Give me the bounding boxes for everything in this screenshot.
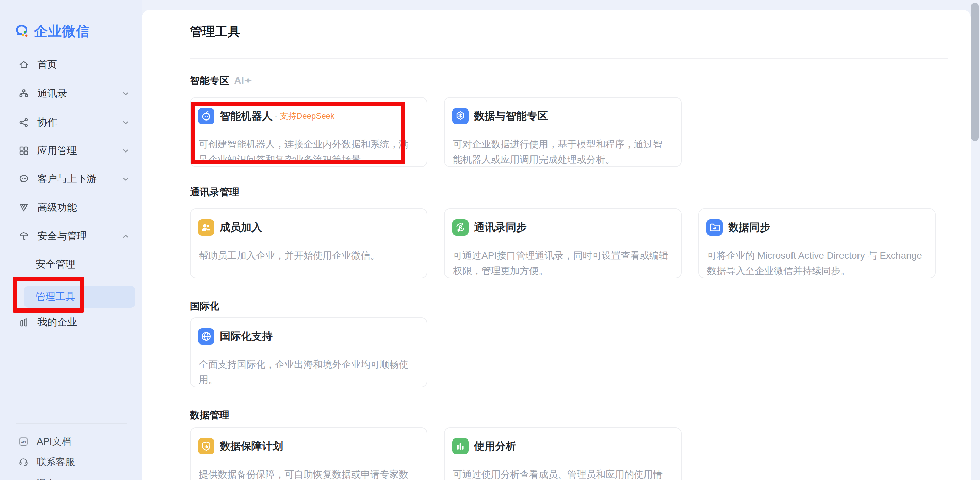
wecom-admin-page: { "app": { "brand": "企业微信" }, "sidebar":… [0, 0, 980, 480]
sidebar-item-customers[interactable]: 客户与上下游 [14, 169, 133, 189]
wecom-logo-icon [14, 24, 30, 39]
sidebar: 企业微信 首页 通讯录 [0, 0, 142, 480]
chat-bubble-icon [18, 174, 29, 185]
sidebar-item-label: 我的企业 [37, 316, 77, 329]
card-data-ai-zone[interactable]: 数据与智能专区 可对企业数据进行使用，基于模型和程序，通过智能机器人或应用调用完… [444, 97, 682, 167]
sidebar-item-label: API文档 [37, 435, 71, 448]
api-doc-icon: API [18, 437, 29, 447]
brand-name: 企业微信 [34, 22, 90, 40]
card-header: 国际化支持 [220, 328, 272, 344]
card-header: 通讯录同步 [474, 219, 527, 236]
bar-chart-icon [452, 438, 469, 454]
section-title: 智能专区 [190, 75, 229, 86]
section-header-i18n: 国际化 [190, 300, 220, 313]
card-header: 智能机器人·支持DeepSeek [220, 108, 334, 124]
home-icon [18, 59, 29, 70]
chevron-up-icon [121, 232, 130, 241]
contact-sync-icon [452, 219, 469, 236]
card-title: 成员加入 [220, 220, 262, 234]
sidebar-item-label: 首页 [37, 58, 57, 72]
sidebar-item-label: 协作 [37, 116, 57, 129]
card-description: 帮助员工加入企业，并开始使用企业微信。 [199, 248, 417, 263]
section-title: 数据管理 [190, 410, 229, 420]
share-nodes-icon [18, 117, 29, 128]
umbrella-icon [18, 231, 29, 242]
brand-logo[interactable]: 企业微信 [14, 22, 90, 40]
pennant-icon [18, 202, 29, 213]
sidebar-item-apps[interactable]: 应用管理 [14, 140, 133, 161]
grid-icon [18, 145, 29, 156]
chevron-down-icon [121, 89, 130, 98]
sidebar-item-label: 安全管理 [36, 258, 75, 271]
card-header: 数据与智能专区 [474, 108, 548, 124]
sidebar-item-label: 安全与管理 [37, 230, 87, 243]
vertical-scrollbar-thumb[interactable] [971, 3, 978, 141]
card-description: 全面支持国际化，企业出海和境外企业均可顺畅使用。 [199, 357, 417, 388]
card-header: 数据保障计划 [220, 438, 283, 454]
section-header-ai-zone: 智能专区AI✦ [190, 74, 252, 88]
sidebar-item-label: 客户与上下游 [37, 172, 97, 186]
card-title: 国际化支持 [220, 329, 272, 343]
sidebar-subitem-security[interactable]: 安全管理 [14, 254, 133, 275]
sidebar-item-contacts[interactable]: 通讯录 [14, 83, 133, 104]
chevron-down-icon [121, 175, 130, 183]
title-divider [190, 58, 948, 59]
sidebar-item-api-docs[interactable]: API API文档 [14, 432, 133, 451]
hexagon-sparkle-icon [452, 108, 469, 124]
sidebar-item-label: 应用管理 [37, 144, 77, 158]
card-title: 智能机器人 [220, 109, 272, 123]
headset-icon [18, 457, 29, 467]
section-title: 国际化 [190, 301, 220, 311]
card-description: 可将企业的 Microsoft Active Directory 与 Excha… [707, 248, 926, 279]
card-title: 通讯录同步 [474, 220, 527, 234]
sidebar-item-support[interactable]: 联系客服 [14, 452, 133, 472]
sidebar-item-home[interactable]: 首页 [14, 54, 133, 75]
card-description: 可对企业数据进行使用，基于模型和程序，通过智能机器人或应用调用完成处理或分析。 [453, 137, 671, 167]
sidebar-item-logout[interactable]: 退出 [14, 474, 133, 480]
folder-sync-icon [706, 219, 723, 236]
page-title: 管理工具 [190, 23, 240, 40]
section-title: 通讯录管理 [190, 187, 239, 198]
card-title: 数据同步 [728, 220, 770, 234]
tag-separator: · [275, 111, 277, 121]
card-smart-robot[interactable]: 智能机器人·支持DeepSeek 可创建智能机器人，连接企业内外数据和系统，满足… [190, 97, 427, 167]
card-usage-analytics[interactable]: 使用分析 可通过使用分析查看成员、管理员和应用的使用情况。 [444, 427, 682, 480]
card-title: 使用分析 [474, 439, 516, 453]
sidebar-item-advanced[interactable]: 高级功能 [14, 198, 133, 218]
main-panel: 管理工具 智能专区AI✦ 智能机器人·支持DeepSeek 可创建智能机器人，连… [142, 10, 971, 480]
logout-icon [18, 478, 29, 480]
card-header: 成员加入 [220, 219, 262, 236]
card-member-join[interactable]: 成员加入 帮助员工加入企业，并开始使用企业微信。 [190, 208, 427, 279]
card-description: 可创建智能机器人，连接企业内外数据和系统，满足企业知识问答和复杂业务流程等场景。 [199, 137, 417, 167]
card-contacts-sync[interactable]: 通讯录同步 可通过API接口管理通讯录，同时可设置查看或编辑权限，管理更加方便。 [444, 208, 682, 279]
section-header-data-mgmt: 数据管理 [190, 408, 229, 422]
card-data-protection[interactable]: 数据保障计划 提供数据备份保障，可自助恢复数据或申请专家数据恢复服务，全面保障企… [190, 427, 427, 480]
company-stats-icon [18, 317, 29, 328]
robot-icon [198, 108, 215, 124]
card-header: 使用分析 [474, 438, 516, 454]
sidebar-item-label: 管理工具 [36, 290, 75, 304]
sidebar-item-collaboration[interactable]: 协作 [14, 112, 133, 133]
card-description: 提供数据备份保障，可自助恢复数据或申请专家数据恢复服务，全面保障企业数据。 [199, 467, 417, 480]
members-icon [198, 219, 215, 236]
sidebar-item-label: 退出 [37, 477, 56, 480]
card-description: 可通过使用分析查看成员、管理员和应用的使用情况。 [453, 467, 671, 480]
card-i18n-support[interactable]: 国际化支持 全面支持国际化，企业出海和境外企业均可顺畅使用。 [190, 317, 427, 388]
card-header: 数据同步 [728, 219, 770, 236]
section-header-contacts-mgmt: 通讯录管理 [190, 185, 239, 199]
ai-sparkle-badge: AI✦ [234, 75, 252, 86]
sidebar-item-security-management[interactable]: 安全与管理 [14, 226, 133, 246]
sidebar-item-label: 通讯录 [37, 87, 67, 100]
globe-icon [198, 328, 215, 344]
chevron-down-icon [121, 118, 130, 127]
sidebar-item-my-company[interactable]: 我的企业 [14, 312, 133, 333]
card-title: 数据保障计划 [220, 439, 283, 453]
sidebar-divider [16, 424, 127, 424]
sidebar-subitem-admin-tools[interactable]: 管理工具 [24, 286, 135, 308]
sidebar-item-label: 联系客服 [37, 456, 75, 469]
sidebar-item-label: 高级功能 [37, 201, 77, 214]
chevron-down-icon [121, 147, 130, 155]
card-description: 可通过API接口管理通讯录，同时可设置查看或编辑权限，管理更加方便。 [453, 248, 671, 279]
card-title: 数据与智能专区 [474, 109, 548, 123]
card-data-sync[interactable]: 数据同步 可将企业的 Microsoft Active Directory 与 … [698, 208, 936, 279]
